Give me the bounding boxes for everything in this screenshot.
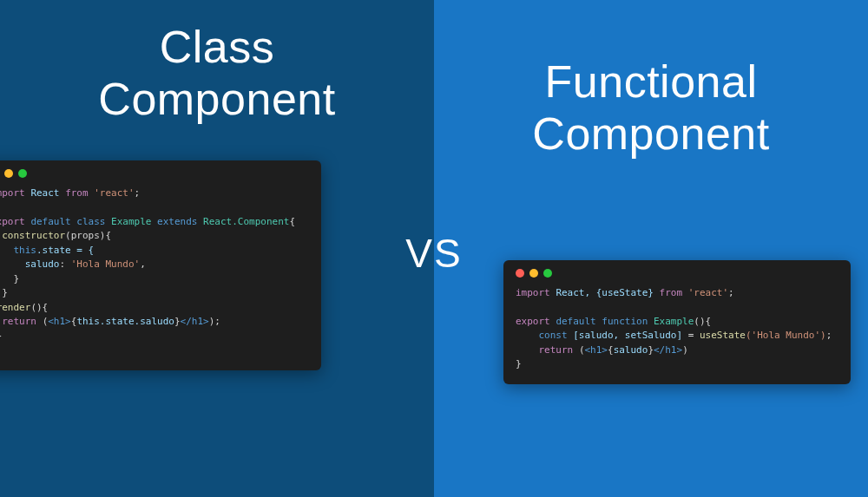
functional-heading: Functional Component <box>532 56 769 160</box>
maximize-dot-icon <box>543 269 552 278</box>
functional-component-panel: Functional Component import React, {useS… <box>434 0 868 497</box>
code-line: constructor(props){ <box>0 229 309 244</box>
code-line: return (<h1>{saludo}</h1>) <box>516 343 838 358</box>
window-controls <box>0 169 309 178</box>
vs-label: VS <box>405 230 462 277</box>
class-component-panel: Class Component import React from 'react… <box>0 0 434 497</box>
code-line: } <box>516 357 838 372</box>
window-controls <box>516 269 838 278</box>
minimize-dot-icon <box>4 169 13 178</box>
code-line: render(){ <box>0 301 309 316</box>
maximize-dot-icon <box>18 169 27 178</box>
code-line: } <box>0 286 309 301</box>
code-line <box>516 300 838 315</box>
code-line: this.state = { <box>0 244 309 258</box>
close-dot-icon <box>516 269 524 278</box>
code-line: import React, {useState} from 'react'; <box>516 286 838 301</box>
code-line: import React from 'react'; <box>0 186 309 201</box>
code-line: export default class Example extends Rea… <box>0 215 309 230</box>
code-line: } <box>0 343 309 358</box>
code-line: } <box>0 330 309 344</box>
class-heading: Class Component <box>98 22 335 126</box>
functional-code-content: import React, {useState} from 'react'; e… <box>516 286 838 372</box>
code-line: export default function Example(){ <box>516 315 838 330</box>
minimize-dot-icon <box>529 269 538 278</box>
class-code-content: import React from 'react'; export defaul… <box>0 186 309 358</box>
heading-line-1: Class <box>160 22 275 72</box>
code-line: const [saludo, setSaludo] = useState('Ho… <box>516 329 838 343</box>
code-line: } <box>0 272 309 287</box>
code-line <box>0 200 309 215</box>
code-line: return (<h1>{this.state.saludo}</h1>); <box>0 315 309 330</box>
heading-line-2: Component <box>98 74 335 124</box>
heading-line-1: Functional <box>545 56 758 107</box>
class-code-window: import React from 'react'; export defaul… <box>0 160 321 370</box>
code-line: saludo: 'Hola Mundo', <box>0 258 309 272</box>
functional-code-window: import React, {useState} from 'react'; e… <box>503 260 851 384</box>
heading-line-2: Component <box>532 108 769 159</box>
